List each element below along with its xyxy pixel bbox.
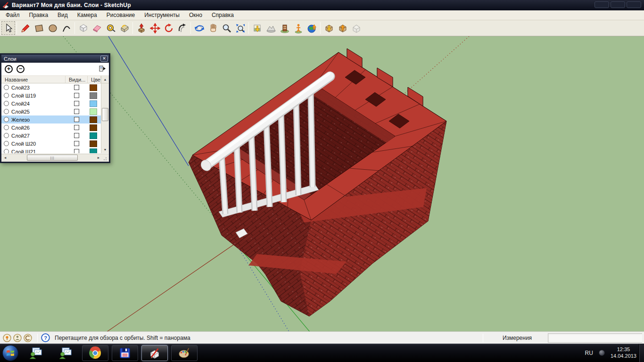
layer-color-swatch[interactable] [90,100,97,107]
menu-draw[interactable]: Рисование [102,11,140,19]
menu-camera[interactable]: Камера [73,11,102,19]
tape-measure-button[interactable] [104,21,117,35]
select-tool-button[interactable] [1,21,15,35]
layer-radio[interactable] [4,101,9,106]
visibility-checkbox[interactable] [74,141,79,146]
layer-row-selected[interactable]: Железо [1,115,109,123]
layer-radio[interactable] [4,85,9,90]
column-header-color[interactable]: Цве [88,76,101,83]
visibility-checkbox[interactable] [74,93,79,98]
scroll-right-button[interactable]: ► [95,154,102,162]
layers-horizontal-scrollbar[interactable]: ◄ ||| ► [1,154,109,162]
layer-radio[interactable] [4,117,9,122]
help-icon[interactable]: ? [41,333,50,342]
layer-radio[interactable] [4,93,9,98]
layer-radio[interactable] [4,141,9,146]
column-header-name[interactable]: Название [1,76,66,83]
line-tool-button[interactable] [18,21,32,35]
layer-color-swatch[interactable] [90,140,97,147]
follow-me-button[interactable] [175,21,189,35]
layer-radio[interactable] [4,133,9,138]
taskbar-app-save-tool[interactable] [112,345,138,361]
add-building-button[interactable] [278,21,291,35]
menu-window[interactable]: Окно [184,11,207,19]
visibility-checkbox[interactable] [74,125,79,130]
layer-color-swatch[interactable] [90,116,97,123]
zoom-tool-button[interactable] [220,21,233,35]
circle-tool-button[interactable] [46,21,59,35]
menu-edit[interactable]: Правка [25,11,53,19]
layer-radio[interactable] [4,125,9,130]
paint-bucket-button[interactable] [117,21,131,35]
layer-color-swatch[interactable] [90,148,97,154]
taskbar-app-stats[interactable] [23,345,49,361]
horizontal-scroll-track[interactable]: ||| [9,154,95,162]
menu-tools[interactable]: Инструменты [140,11,184,19]
make-component-button[interactable] [76,21,90,35]
layer-row[interactable]: Слой Ш19 [1,91,109,99]
add-location-button[interactable] [250,21,264,35]
model-viewport[interactable]: Слои ✕ + − Название Види... Цве ▲ Слой23… [0,36,644,331]
visibility-checkbox[interactable] [74,133,79,138]
photo-textures-button[interactable] [291,21,305,35]
resize-grip[interactable] [102,154,109,162]
share-model-button[interactable] [336,21,349,35]
scroll-up-button[interactable]: ▲ [101,76,109,83]
layer-row[interactable]: Слой25 [1,107,109,115]
menu-view[interactable]: Вид [53,11,73,19]
license-status-icon[interactable] [24,334,32,342]
visibility-checkbox[interactable] [74,101,79,106]
horizontal-scroll-thumb[interactable]: ||| [27,155,78,161]
shared-components-button[interactable] [349,21,363,35]
tray-notification-icon[interactable] [599,350,605,356]
taskbar-app-sketchup[interactable] [141,345,168,361]
close-button[interactable] [627,1,641,8]
tray-clock[interactable]: 12:35 14.04.2013 [611,346,636,360]
vertical-scroll-thumb[interactable] [102,108,108,121]
layer-row[interactable]: Слой27 [1,132,109,140]
layer-row[interactable]: Слой23 [1,83,109,91]
minimize-button[interactable] [594,1,609,8]
layer-radio[interactable] [4,109,9,114]
maximize-button[interactable] [611,1,625,8]
layer-row[interactable]: Слой Ш20 [1,140,109,148]
layer-color-swatch[interactable] [90,92,97,99]
credits-status-icon[interactable] [13,334,22,342]
arc-tool-button[interactable] [59,21,73,35]
layer-radio[interactable] [4,149,9,153]
language-indicator[interactable]: RU [585,350,593,356]
visibility-checkbox[interactable] [74,149,79,153]
layer-color-swatch[interactable] [90,108,97,115]
layer-row[interactable]: Слой26 [1,123,109,132]
visibility-checkbox[interactable] [74,109,79,114]
layer-color-swatch[interactable] [90,124,97,131]
rotate-tool-button[interactable] [162,21,175,35]
preview-google-earth-button[interactable] [305,21,319,35]
show-desktop-button[interactable] [639,344,644,362]
layer-row[interactable]: Слой24 [1,99,109,107]
pan-tool-button[interactable] [206,21,220,35]
layer-color-swatch[interactable] [90,84,97,91]
add-layer-button[interactable]: + [5,65,13,73]
orbit-tool-button[interactable] [192,21,206,35]
layers-dialog-titlebar[interactable]: Слои ✕ [1,55,109,63]
zoom-extents-button[interactable] [233,21,247,35]
layers-details-arrow-icon[interactable] [99,65,106,73]
toggle-terrain-button[interactable] [264,21,278,35]
layer-row[interactable]: Слой Ш21 [1,148,109,153]
layers-vertical-scrollbar[interactable]: ▼ [101,83,109,153]
scroll-left-button[interactable]: ◄ [1,154,9,162]
menu-help[interactable]: Справка [207,11,239,19]
scroll-down-button[interactable]: ▼ [101,146,109,153]
layer-color-swatch[interactable] [90,132,97,139]
visibility-checkbox[interactable] [74,117,79,122]
push-pull-button[interactable] [134,21,148,35]
rectangle-tool-button[interactable] [32,21,46,35]
start-button[interactable] [1,344,19,362]
column-header-visible[interactable]: Види... [66,76,88,83]
eraser-tool-button[interactable] [90,21,104,35]
get-models-button[interactable] [322,21,336,35]
geolocation-status-icon[interactable] [3,334,11,342]
move-tool-button[interactable] [148,21,162,35]
layers-close-button[interactable]: ✕ [100,56,108,62]
